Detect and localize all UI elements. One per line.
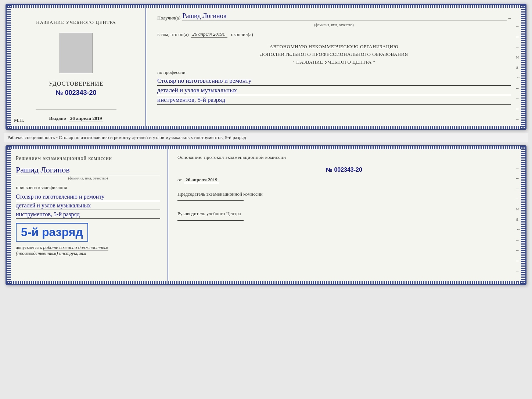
date-value: 26 апреля 2019г. <box>191 31 227 38</box>
recipient-line: Получил(а) Рашид Логинов – <box>157 12 511 21</box>
chairman-label: Председатель экзаменационной комиссии <box>177 190 511 198</box>
recipient-subtitle: (фамилия, имя, отчество) <box>157 23 511 27</box>
profession-label: по профессии <box>157 70 511 75</box>
допускается-line: допускается к работе согласно должностны… <box>16 245 160 250</box>
director-sign-line <box>177 220 244 221</box>
from-date: от 26 апреля 2019 <box>177 177 511 183</box>
chairman-sign-line <box>177 200 244 201</box>
org-line1: АВТОНОМНУЮ НЕКОММЕРЧЕСКУЮ ОРГАНИЗАЦИЮ <box>157 43 511 51</box>
from-prefix: от <box>177 177 182 183</box>
top-center-title: НАЗВАНИЕ УЧЕБНОГО ЦЕНТРА <box>36 19 116 25</box>
rank-highlight: 5-й разряд <box>16 223 88 242</box>
chairman-block: Председатель экзаменационной комиссии <box>177 190 511 201</box>
page-wrapper: НАЗВАНИЕ УЧЕБНОГО ЦЕНТРА УДОСТОВЕРЕНИЕ №… <box>4 4 528 285</box>
profession-line1: Столяр по изготовлению и ремонту <box>157 77 511 86</box>
top-right-panel: Получил(а) Рашид Логинов – (фамилия, имя… <box>146 5 525 129</box>
bottom-right-panel: Основание: протокол экзаменационной коми… <box>168 146 525 284</box>
date-suffix: окончил(а) <box>231 32 253 38</box>
right-decorations-top: – – – и а ← – – – – – <box>516 23 521 130</box>
between-label: Рабочая специальность - Столяр по изгото… <box>4 133 528 142</box>
issued-date: Выдано 26 апреля 2019 <box>49 115 103 121</box>
name-subtitle: (фамилия, имя, отчество) <box>16 176 160 180</box>
org-line3: " НАЗВАНИЕ УЧЕБНОГО ЦЕНТРА " <box>157 58 511 66</box>
profession-line3: инструментов, 5-й разряд <box>157 96 511 105</box>
допускается-line2: (производственным) инструкциям <box>16 250 160 256</box>
profession-line2: деталей и узлов музыкальных <box>157 87 511 95</box>
right-stripe-top <box>521 5 525 129</box>
cert-label: УДОСТОВЕРЕНИЕ <box>48 81 103 87</box>
org-text: АВТОНОМНУЮ НЕКОММЕРЧЕСКУЮ ОРГАНИЗАЦИЮ ДО… <box>157 43 511 66</box>
protocol-number: № 002343-20 <box>177 167 511 173</box>
bottom-left-panel: Решением экзаменационной комиссии Рашид … <box>7 146 168 284</box>
top-document-card: НАЗВАНИЕ УЧЕБНОГО ЦЕНТРА УДОСТОВЕРЕНИЕ №… <box>6 4 526 130</box>
issued-prefix: Выдано <box>49 115 66 121</box>
from-value: 26 апреля 2019 <box>184 177 219 183</box>
qual-line3: инструментов, 5-й разряд <box>16 211 160 219</box>
director-block: Руководитель учебного Центра <box>177 210 511 221</box>
qual-line1: Столяр по изготовлению и ремонту <box>16 193 160 201</box>
signature-line-top <box>36 110 116 110</box>
date-prefix: в том, что он(а) <box>157 32 189 38</box>
cert-number: № 002343-20 <box>55 89 96 97</box>
right-decorations-bottom: – – – – и а ← – – – – – <box>516 165 521 284</box>
допускается-prefix: допускается к <box>16 245 42 250</box>
between-label-text: Рабочая специальность - Столяр по изгото… <box>7 135 246 140</box>
qualification-label: присвоена квалификация <box>16 185 160 190</box>
person-name: Рашид Логинов <box>16 165 160 175</box>
date-line: в том, что он(а) 26 апреля 2019г. окончи… <box>157 31 511 38</box>
recipient-label: Получил(а) <box>157 15 180 21</box>
issued-date-value: 26 апреля 2019 <box>69 115 103 121</box>
recipient-name: Рашид Логинов <box>182 12 506 21</box>
commission-title: Решением экзаменационной комиссии <box>16 156 160 161</box>
recipient-dash: – <box>508 15 511 21</box>
director-label: Руководитель учебного Центра <box>177 210 511 217</box>
basis-label: Основание: протокол экзаменационной коми… <box>177 154 511 161</box>
org-line2: ДОПОЛНИТЕЛЬНОГО ПРОФЕССИОНАЛЬНОГО ОБРАЗО… <box>157 51 511 58</box>
допускается-value2: (производственным) инструкциям <box>16 250 86 256</box>
right-stripe-bottom <box>521 146 525 284</box>
mp-text: М.П. <box>14 117 24 123</box>
qual-line2: деталей и узлов музыкальных <box>16 202 160 210</box>
photo-placeholder <box>60 33 93 73</box>
допускается-value: работе согласно должностным <box>43 245 108 250</box>
bottom-document-card: Решением экзаменационной комиссии Рашид … <box>6 145 526 285</box>
top-left-panel: НАЗВАНИЕ УЧЕБНОГО ЦЕНТРА УДОСТОВЕРЕНИЕ №… <box>7 5 146 129</box>
rank-text: 5-й разряд <box>21 225 83 239</box>
